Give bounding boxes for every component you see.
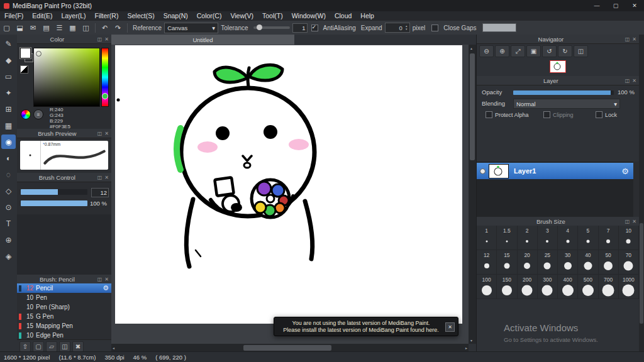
duplicate-brush-icon[interactable]: ◫ (59, 341, 70, 352)
clipping-checkbox[interactable] (543, 111, 550, 118)
undo-icon[interactable]: ↶ (99, 22, 111, 33)
close-icon[interactable]: ✕ (104, 36, 109, 42)
brush-size-option[interactable]: 20 (518, 250, 538, 275)
close-icon[interactable]: ✕ (104, 175, 109, 180)
comment-icon[interactable]: ✉ (27, 22, 39, 33)
layer-opacity-slider[interactable] (513, 90, 614, 95)
right-panel-scroll-thumb[interactable] (640, 223, 643, 324)
fit-view-icon[interactable]: ⤢ (511, 45, 525, 57)
brush-size-option[interactable]: 150 (497, 275, 517, 299)
rotate-right-icon[interactable]: ↻ (558, 45, 572, 57)
color-wheel-icon[interactable] (21, 109, 31, 119)
actual-size-icon[interactable]: ▣ (526, 45, 541, 57)
close-icon[interactable]: ✕ (632, 219, 636, 224)
default-colors-icon[interactable] (20, 65, 28, 74)
brush-size-option[interactable]: 200 (518, 275, 538, 299)
close-icon[interactable]: ✕ (104, 131, 109, 136)
select-pen-tool[interactable]: ◇ (1, 184, 16, 198)
close-icon[interactable]: ✕ (104, 277, 109, 282)
scroll-up-icon[interactable]: ▴ (470, 46, 472, 50)
brush-size-option[interactable]: 700 (599, 275, 619, 299)
divide-tool[interactable]: ▦ (1, 118, 16, 133)
menu-file[interactable]: File(F) (0, 11, 28, 21)
delete-brush-icon[interactable]: ✖ (72, 341, 84, 352)
hand-tool[interactable]: ◈ (1, 249, 16, 263)
popout-icon[interactable]: ◫ (625, 36, 630, 42)
bucket-tool[interactable]: ◉ (1, 134, 16, 149)
close-icon[interactable]: ✕ (632, 36, 636, 42)
list-icon[interactable]: ☰ (53, 22, 65, 33)
tolerance-value[interactable]: 1 (292, 23, 308, 33)
zoom-out-icon[interactable]: ⊖ (479, 45, 494, 57)
new-canvas-icon[interactable]: ▢ (1, 22, 13, 33)
horizontal-scroll-thumb[interactable] (243, 345, 331, 351)
brush-item-g-pen[interactable]: 15 G Pen (17, 312, 111, 321)
lasso-tool[interactable]: ◌ (1, 167, 16, 182)
tolerance-slider[interactable] (253, 26, 290, 29)
note-icon[interactable]: ▤ (40, 22, 52, 33)
antialiasing-checkbox[interactable] (311, 25, 318, 31)
expand-spinner[interactable]: 0 ▴▾ (385, 23, 410, 33)
navigator-thumbnail[interactable] (550, 60, 566, 73)
menu-filter[interactable]: Filter(R) (91, 11, 123, 21)
menu-window[interactable]: Window(W) (287, 11, 330, 21)
brush-size-option[interactable]: 5 (578, 226, 598, 250)
vertical-scrollbar[interactable]: ▴ ▾ (469, 45, 476, 344)
grid-icon[interactable]: ▦ (67, 22, 79, 33)
brush-item-edge-pen[interactable]: 10 Edge Pen (17, 331, 111, 339)
panel-layout-icon[interactable]: ◫ (80, 22, 92, 33)
menu-snap[interactable]: Snap(N) (159, 11, 192, 21)
right-panel-scrollbar[interactable] (639, 35, 644, 352)
sv-picker-knob[interactable] (36, 51, 42, 57)
menu-cloud[interactable]: Cloud (330, 11, 356, 21)
minimize-button[interactable]: — (587, 0, 606, 11)
brush-size-option[interactable]: 1.5 (497, 226, 517, 250)
gradient-tool[interactable]: ◐ (1, 151, 16, 165)
popout-icon[interactable]: ◫ (97, 277, 103, 282)
brush-size-option[interactable]: 40 (578, 250, 598, 275)
brush-size-option[interactable]: 30 (558, 250, 578, 275)
close-icon[interactable]: ✕ (632, 78, 636, 84)
brush-size-option[interactable]: 50 (599, 250, 619, 275)
menu-tool[interactable]: Tool(T) (258, 11, 287, 21)
eyedropper-tool[interactable]: ⊙ (1, 200, 16, 214)
brush-size-option[interactable]: 1 (477, 226, 497, 250)
popout-icon[interactable]: ◫ (97, 175, 103, 180)
brush-item-pencil[interactable]: 12 Pencil ⚙ (17, 283, 111, 293)
brush-size-option[interactable]: 3 (538, 226, 558, 250)
brush-item-pen[interactable]: 10 Pen (17, 293, 111, 302)
brush-size-option[interactable]: 2 (518, 226, 538, 250)
brush-size-slider[interactable] (21, 189, 87, 195)
menu-view[interactable]: View(V) (226, 11, 258, 21)
vertical-scroll-thumb[interactable] (470, 53, 475, 160)
maximize-button[interactable]: ▢ (606, 0, 625, 11)
close-gaps-swatch[interactable] (482, 23, 516, 32)
layer-row-layer1[interactable]: Layer1 ⚙ (477, 163, 633, 179)
drawing-canvas[interactable] (115, 45, 462, 324)
color-sliders-icon[interactable]: ≡ (33, 109, 43, 119)
reference-dropdown[interactable]: Canvas ▾ (164, 23, 218, 33)
notification-close-icon[interactable]: ✕ (445, 322, 455, 332)
layer-visibility-icon[interactable] (480, 168, 486, 174)
brush-folder-icon[interactable]: ▱ (46, 341, 57, 352)
menu-select[interactable]: Select(S) (123, 11, 158, 21)
brush-size-option[interactable]: 70 (619, 250, 639, 275)
brush-size-option[interactable]: 25 (538, 250, 558, 275)
zoom-in-icon[interactable]: ⊕ (495, 45, 509, 57)
popout-icon[interactable]: ◫ (625, 219, 630, 224)
text-tool[interactable]: T (1, 216, 16, 231)
foreground-color-swatch[interactable] (20, 48, 31, 58)
brush-size-option[interactable]: 100 (477, 275, 497, 299)
menu-layer[interactable]: Layer(L) (57, 11, 90, 21)
brush-size-option[interactable]: 1000 (619, 275, 639, 299)
layer-settings-icon[interactable]: ⚙ (621, 167, 629, 176)
save-icon[interactable]: ⬓ (14, 22, 26, 33)
brush-size-option[interactable]: 12 (477, 250, 497, 275)
eraser-tool[interactable]: ◆ (1, 53, 16, 67)
magic-wand-tool[interactable]: ✦ (1, 85, 16, 100)
menu-edit[interactable]: Edit(E) (28, 11, 57, 21)
close-gaps-checkbox[interactable] (431, 25, 438, 31)
protect-alpha-checkbox[interactable] (486, 111, 492, 118)
menu-help[interactable]: Help (356, 11, 379, 21)
redo-icon[interactable]: ↷ (112, 22, 124, 33)
